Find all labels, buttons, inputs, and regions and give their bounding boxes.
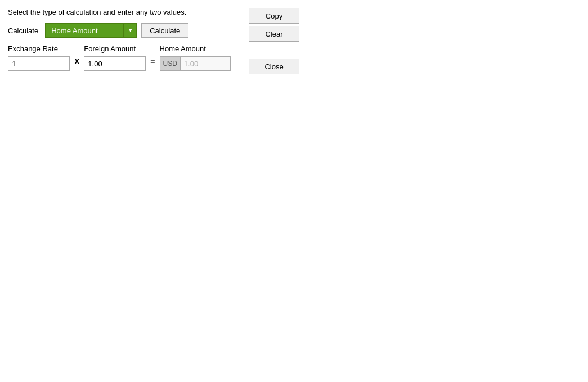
right-action-buttons: Copy Clear <box>249 8 299 42</box>
dropdown-selected-value[interactable]: Home Amount <box>45 23 124 38</box>
calculate-button[interactable]: Calculate <box>141 23 188 38</box>
exchange-rate-label: Exchange Rate <box>8 44 70 53</box>
foreign-amount-label: Foreign Amount <box>84 44 146 53</box>
equals-operator: = <box>146 54 159 69</box>
clear-button[interactable]: Clear <box>249 26 299 42</box>
copy-button[interactable]: Copy <box>249 8 299 24</box>
home-amount-label: Home Amount <box>160 44 231 53</box>
foreign-amount-input[interactable] <box>84 56 146 71</box>
close-button[interactable]: Close <box>249 59 299 74</box>
currency-badge: USD <box>160 56 180 71</box>
exchange-rate-input[interactable] <box>8 56 70 71</box>
calculation-type-dropdown[interactable]: Home Amount <box>45 23 137 38</box>
multiply-operator: X <box>70 54 84 69</box>
calculate-label: Calculate <box>8 26 38 35</box>
dropdown-arrow-icon[interactable] <box>124 23 137 38</box>
home-amount-input[interactable] <box>180 56 231 71</box>
